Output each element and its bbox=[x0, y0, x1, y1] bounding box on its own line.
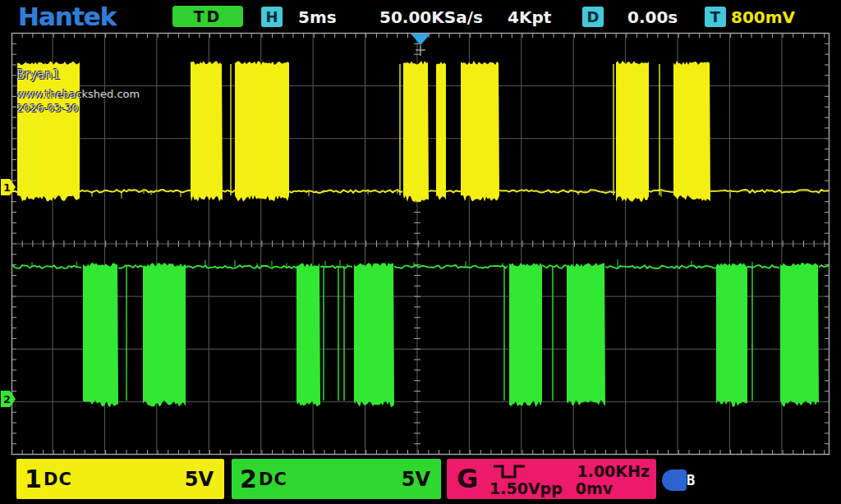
channel1-number: 1 bbox=[25, 465, 42, 493]
generator-amplitude: 1.50Vpp bbox=[489, 479, 563, 497]
square-wave-icon bbox=[491, 462, 529, 480]
channel2-volts-div: 5V bbox=[402, 468, 430, 491]
generator-info-box[interactable]: G 1.00KHz 1.50Vpp 0mv bbox=[447, 459, 656, 499]
usb-device-letter: B bbox=[687, 471, 695, 489]
annotation-date: 2026-03-30 bbox=[16, 103, 140, 113]
channel1-volts-div: 5V bbox=[185, 468, 214, 491]
channel2-info-box[interactable]: 2 DC 5V bbox=[232, 459, 441, 499]
generator-label: G bbox=[457, 463, 478, 494]
channel2-coupling: DC bbox=[259, 470, 287, 489]
oscilloscope-screen: Hantek TD H 5ms 50.00KSa/s 4Kpt D 0.00s … bbox=[0, 0, 841, 504]
generator-offset: 0mv bbox=[576, 479, 613, 497]
generator-frequency: 1.00KHz bbox=[577, 462, 650, 480]
channel1-coupling: DC bbox=[44, 470, 72, 489]
screen-annotation: Bryan1 www.thebackshed.com 2026-03-30 bbox=[16, 69, 140, 113]
channel2-number: 2 bbox=[240, 465, 257, 493]
channel1-info-box[interactable]: 1 DC 5V bbox=[16, 459, 224, 499]
usb-device-icon bbox=[662, 470, 687, 491]
trigger-position-marker[interactable] bbox=[411, 34, 430, 45]
svg-text:1: 1 bbox=[3, 181, 11, 194]
annotation-website: www.thebackshed.com bbox=[16, 89, 140, 99]
svg-text:2: 2 bbox=[3, 393, 11, 405]
annotation-user: Bryan1 bbox=[16, 69, 140, 81]
bottom-bar: 1 DC 5V 2 DC 5V G 1.00KHz 1.50Vpp 0mv B bbox=[0, 456, 841, 504]
